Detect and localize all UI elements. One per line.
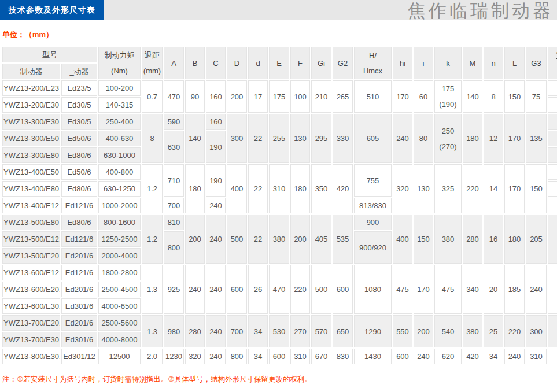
table-row: YWZ13-600/E121Ed121/61800-28001.39252402…	[2, 265, 557, 280]
table-cell: 4000-6500	[98, 298, 141, 314]
table-cell: 320	[185, 349, 205, 364]
table-cell: 43	[548, 97, 557, 113]
table-cell: 813/830	[354, 198, 392, 213]
table-cell: 250(270)	[434, 114, 462, 163]
table-cell: Ed201/6	[61, 315, 97, 331]
table-cell: 2.0	[142, 349, 163, 364]
table-cell: 200	[227, 80, 247, 113]
table-cell: 425	[548, 315, 557, 347]
table-cell: 545	[548, 349, 557, 364]
spec-table: 型号制动力矩(Nm)退距(mm)ABCDdEFGiG2H/HmcxhiikMnL…	[1, 46, 557, 365]
table-cell: YWZ13-700/E301	[2, 332, 60, 347]
table-cell: 605	[354, 114, 392, 163]
table-cell: 550	[393, 315, 412, 347]
table-cell: YWZ13-500/E201	[2, 248, 60, 264]
table-header-cell: hi	[393, 47, 412, 79]
table-cell: YWZ13-400/E80	[2, 181, 60, 197]
top-band: 技术参数及外形尺寸表 焦作临瑞制动器	[0, 0, 557, 20]
table-cell: 2500-5600	[98, 315, 141, 331]
table-cell: 135	[526, 114, 547, 163]
table-header-cell: D	[227, 47, 247, 79]
table-cell: 600	[269, 349, 289, 364]
table-cell: 180	[504, 215, 525, 264]
table-cell: 240	[206, 349, 226, 364]
table-cell: 17	[248, 80, 268, 113]
table-cell: Ed80/6	[61, 215, 97, 230]
table-cell: Ed201/6	[61, 248, 97, 264]
brand-watermark: 焦作临瑞制动器	[408, 0, 554, 23]
table-cell: 800	[164, 231, 184, 264]
table-cell: 4000-8000	[98, 332, 141, 347]
table-cell: 150	[414, 215, 433, 264]
table-cell: 400	[393, 215, 412, 264]
table-cell: 240	[206, 215, 226, 264]
table-cell: 220	[463, 164, 482, 213]
table-cell: 8	[484, 80, 503, 113]
table-header-cell: Gi	[311, 47, 331, 79]
table-header-row: 型号制动力矩(Nm)退距(mm)ABCDdEFGiG2H/HmcxhiikMnL…	[2, 47, 557, 62]
table-cell: Ed80/6	[61, 181, 97, 197]
table-cell: 400-630	[98, 131, 141, 146]
table-cell: 220	[504, 315, 525, 347]
table-cell: 310	[526, 349, 547, 364]
table-cell: 620	[434, 349, 462, 364]
table-cell: 240	[393, 114, 412, 163]
table-row: YWZ13-300/E30Ed30/5250-40085901401603002…	[2, 114, 557, 130]
table-cell: 130	[290, 114, 310, 163]
table-cell: Ed121/6	[61, 231, 97, 247]
table-header-cell: 型号	[2, 47, 97, 62]
table-cell: 300	[526, 315, 547, 347]
table-cell: 325	[434, 164, 462, 213]
table-cell: Ed121/6	[61, 265, 97, 280]
table-cell: 305	[548, 265, 557, 314]
table-cell: 310	[269, 164, 289, 213]
table-header-cell: 制动器	[2, 64, 60, 79]
table-row: YWZ13-400/E50Ed50/6400-8001.271018019040…	[2, 164, 557, 180]
table-cell: 26	[248, 265, 268, 314]
table-cell: 22	[248, 114, 268, 163]
table-cell: 120	[548, 164, 557, 180]
table-cell: Ed50/6	[61, 131, 97, 146]
table-cell: 650	[333, 315, 353, 347]
table-cell: 270	[290, 315, 310, 347]
page-title: 技术参数及外形尺寸表	[0, 0, 104, 20]
table-header-cell: _动器	[61, 64, 97, 79]
table-cell: 340	[463, 265, 482, 314]
table-cell: 500	[311, 265, 331, 314]
table-cell: 420	[333, 164, 353, 213]
table-cell: 330	[333, 114, 353, 163]
table-cell: 240	[414, 349, 433, 364]
table-cell: 200	[290, 215, 310, 264]
table-header-cell: C	[206, 47, 226, 79]
table-cell: 570	[311, 315, 331, 347]
table-cell: 34	[248, 315, 268, 347]
table-cell: 220	[548, 215, 557, 264]
table-header-cell: F	[290, 47, 310, 79]
table-cell: 92	[548, 147, 557, 163]
table-cell: 240	[206, 265, 226, 314]
table-cell: 75	[526, 80, 547, 113]
table-cell: 980	[164, 315, 184, 347]
table-cell: 130	[414, 164, 433, 213]
table-cell: 8	[142, 114, 163, 163]
table-header-cell: H/Hmcx	[354, 47, 392, 79]
table-cell: 100	[290, 80, 310, 113]
table-cell: 700	[227, 315, 247, 347]
table-cell: 90	[185, 80, 205, 113]
table-cell: 400-800	[98, 164, 141, 180]
table-cell: 540	[434, 315, 462, 347]
table-cell: 600	[393, 349, 412, 364]
table-header-cell: 退距(mm)	[142, 47, 163, 79]
table-cell: 380	[463, 315, 482, 347]
table-cell: 16	[484, 215, 503, 264]
table-cell: 1080	[354, 265, 392, 314]
table-cell: YWZ13-600/E121	[2, 265, 60, 280]
table-cell: 190	[206, 164, 226, 197]
table-cell: 34	[248, 349, 268, 364]
table-cell: 250-400	[98, 114, 141, 130]
table-cell: 535	[333, 215, 353, 264]
table-header-cell: G2	[333, 47, 353, 79]
table-cell: 600	[227, 265, 247, 314]
table-cell: 12500	[98, 349, 141, 364]
table-cell: 1000-2000	[98, 198, 141, 213]
